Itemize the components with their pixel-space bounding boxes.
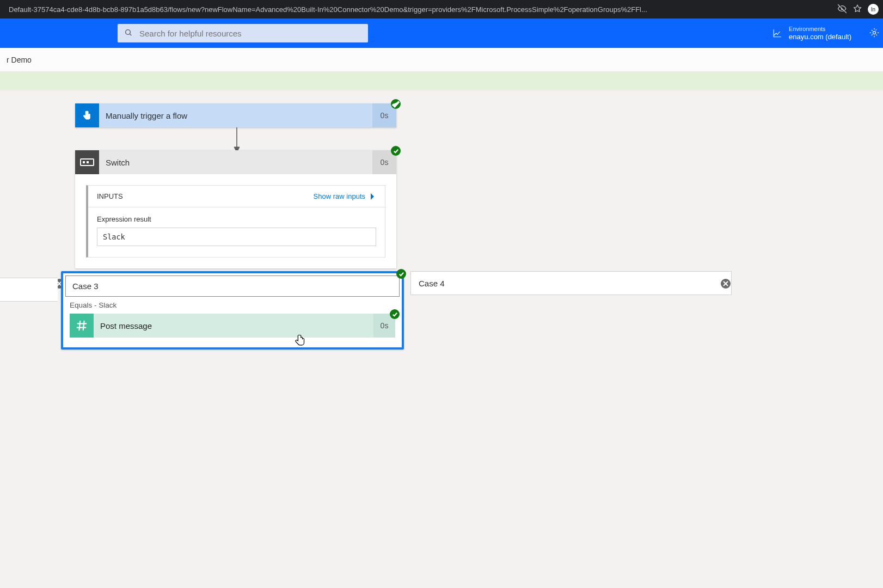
environment-text: Environments enayu.com (default) — [789, 26, 851, 41]
switch-inputs-head: INPUTS Show raw inputs — [88, 186, 385, 207]
search-input[interactable] — [138, 28, 361, 39]
flow-canvas[interactable]: Manually trigger a flow 0s Switch 0s INP… — [0, 90, 883, 588]
success-banner — [0, 72, 883, 90]
switch-title: Switch — [99, 150, 372, 174]
switch-header[interactable]: Switch 0s — [75, 150, 396, 174]
search-wrap — [118, 24, 368, 42]
show-raw-inputs-link[interactable]: Show raw inputs — [314, 192, 376, 200]
svg-point-0 — [126, 29, 131, 34]
case-action-success-badge — [390, 309, 400, 319]
switch-inputs-body: Expression result Slack — [88, 207, 385, 257]
switch-cases-row: Case 3 Equals - Slack Post message 0s Ca… — [0, 271, 883, 369]
chevron-right-icon — [369, 193, 376, 200]
page-title: r Demo — [7, 56, 32, 64]
next-case-close-icon[interactable] — [721, 279, 731, 289]
trigger-title: Manually trigger a flow — [99, 103, 372, 127]
svg-point-2 — [873, 31, 876, 34]
eye-off-icon[interactable] — [837, 4, 847, 15]
browser-url: Default-37574ca4-cde8-4d8b-bcb8-897b1a5d… — [4, 5, 837, 14]
switch-inputs-card: INPUTS Show raw inputs Expression result… — [86, 185, 385, 258]
manual-trigger-icon — [75, 103, 99, 127]
environment-icon — [772, 28, 782, 38]
browser-profile-icon[interactable]: In — [868, 4, 879, 15]
trigger-success-badge — [391, 99, 401, 109]
browser-icons: In — [837, 4, 879, 15]
expression-result-value: Slack — [97, 228, 376, 246]
gear-icon — [869, 27, 880, 38]
environment-value: enayu.com (default) — [789, 33, 851, 41]
inputs-label: INPUTS — [97, 192, 123, 200]
cursor-icon — [295, 334, 305, 346]
case-action-card[interactable]: Post message 0s — [70, 314, 395, 338]
switch-body: INPUTS Show raw inputs Expression result… — [75, 174, 396, 268]
environment-picker[interactable]: Environments enayu.com (default) — [772, 26, 851, 41]
breadcrumb-bar: r Demo — [0, 48, 883, 72]
prev-case-edge — [0, 278, 58, 302]
switch-success-badge — [391, 146, 401, 156]
expression-result-label: Expression result — [97, 215, 376, 223]
case-card-active[interactable]: Case 3 Equals - Slack Post message 0s — [61, 271, 404, 350]
suite-header: Environments enayu.com (default) — [0, 19, 883, 48]
star-icon[interactable] — [853, 4, 862, 15]
show-raw-inputs-label: Show raw inputs — [314, 192, 365, 200]
environment-label: Environments — [789, 26, 851, 33]
browser-address-bar: Default-37574ca4-cde8-4d8b-bcb8-897b1a5d… — [0, 0, 883, 19]
case-next-title: Case 4 — [419, 279, 445, 288]
slack-hash-icon — [70, 314, 94, 338]
case-success-badge — [396, 269, 406, 279]
case-title[interactable]: Case 3 — [65, 275, 400, 297]
flow-arrow-icon — [233, 127, 241, 152]
svg-line-1 — [130, 34, 131, 35]
switch-icon — [75, 150, 99, 174]
switch-card[interactable]: Switch 0s INPUTS Show raw inputs Express… — [75, 150, 396, 268]
case-subtitle: Equals - Slack — [63, 299, 402, 314]
trigger-header[interactable]: Manually trigger a flow 0s — [75, 103, 396, 127]
search-icon — [124, 28, 138, 39]
search-box[interactable] — [118, 24, 368, 42]
case-card-next[interactable]: Case 4 — [410, 271, 732, 295]
trigger-card[interactable]: Manually trigger a flow 0s — [75, 103, 396, 127]
settings-button[interactable] — [869, 27, 880, 40]
case-action-title: Post message — [94, 314, 373, 338]
